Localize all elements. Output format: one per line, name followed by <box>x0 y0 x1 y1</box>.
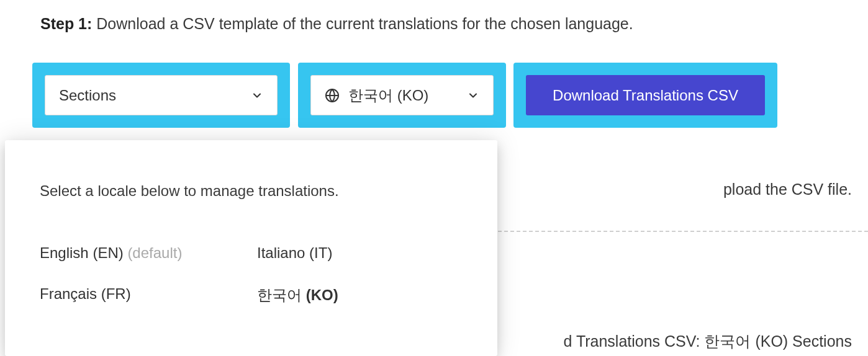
upload-zone-partial-text: d Translations CSV: 한국어 (KO) Sections <box>563 331 852 352</box>
dropdown-prompt: Select a locale below to manage translat… <box>40 182 463 200</box>
locale-item-english[interactable]: English (EN) (default) <box>40 244 257 262</box>
chevron-down-icon <box>251 89 263 102</box>
locale-item-francais[interactable]: Français (FR) <box>40 285 257 305</box>
sections-select-label: Sections <box>59 87 116 104</box>
locale-frame: 한국어 (KO) <box>298 63 506 128</box>
step-1-text: Download a CSV template of the current t… <box>92 15 633 32</box>
locale-default-tag: (default) <box>127 244 182 261</box>
download-frame: Download Translations CSV <box>513 63 777 128</box>
globe-icon <box>325 88 340 103</box>
download-translations-csv-button[interactable]: Download Translations CSV <box>526 75 765 115</box>
locale-grid: English (EN) (default) Italiano (IT) Fra… <box>40 244 463 305</box>
download-button-label: Download Translations CSV <box>553 87 738 104</box>
sections-select[interactable]: Sections <box>45 75 278 115</box>
step-1-instruction: Step 1: Download a CSV template of the c… <box>40 15 633 33</box>
locale-label: Français (FR) <box>40 285 131 302</box>
locale-label: Italiano (IT) <box>257 244 332 261</box>
step-1-prefix: Step 1: <box>40 15 92 32</box>
locale-select-label: 한국어 (KO) <box>348 86 458 105</box>
sections-frame: Sections <box>32 63 290 128</box>
locale-item-korean[interactable]: 한국어 (KO) <box>257 285 463 305</box>
locale-label: English (EN) <box>40 244 127 261</box>
step-2-partial-text: pload the CSV file. <box>723 180 852 198</box>
locale-label: 한국어 <box>257 287 306 303</box>
chevron-down-icon <box>467 89 479 102</box>
locale-code: (KO) <box>306 287 338 303</box>
locale-select[interactable]: 한국어 (KO) <box>310 75 494 115</box>
locale-item-italiano[interactable]: Italiano (IT) <box>257 244 463 262</box>
locale-dropdown-panel: Select a locale below to manage translat… <box>5 140 497 356</box>
